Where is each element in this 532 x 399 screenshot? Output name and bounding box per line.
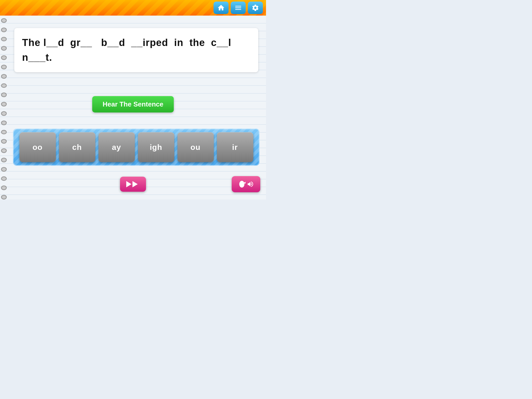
spiral-coil: [1, 139, 7, 144]
audio-button[interactable]: [232, 176, 260, 192]
spiral-coil: [1, 46, 7, 51]
spiral-coil: [1, 158, 7, 162]
spiral-coil: [1, 195, 7, 200]
choice-oo[interactable]: oo: [19, 132, 56, 162]
hear-sentence-button[interactable]: Hear The Sentence: [92, 96, 174, 112]
svg-marker-1: [132, 181, 138, 187]
spiral-coil: [1, 28, 7, 32]
svg-point-2: [239, 181, 244, 188]
list-icon: [234, 4, 242, 12]
toolbar: [0, 0, 266, 16]
spiral-coil: [1, 74, 7, 79]
choices-bar: oo ch ay igh ou ir: [13, 129, 260, 166]
sentence-box: The l__d gr__ b__d __irped in the c__ln_…: [14, 28, 258, 72]
bird-icon: [238, 179, 246, 189]
spiral-coil: [1, 55, 7, 60]
home-button[interactable]: [214, 2, 229, 14]
spiral-coil: [1, 148, 7, 153]
spiral-coil: [1, 185, 7, 190]
svg-marker-0: [126, 181, 131, 187]
choice-igh[interactable]: igh: [138, 132, 174, 162]
choice-ch[interactable]: ch: [59, 132, 95, 162]
list-button[interactable]: [231, 2, 246, 14]
spiral-coil: [1, 167, 7, 172]
settings-button[interactable]: [248, 2, 263, 14]
settings-icon: [251, 4, 259, 12]
spiral-binding: [0, 16, 8, 200]
spiral-coil: [1, 121, 7, 125]
spiral-coil: [1, 65, 7, 69]
spiral-coil: [1, 102, 7, 107]
spiral-coil: [1, 18, 7, 23]
choice-ay[interactable]: ay: [98, 132, 135, 162]
choice-ou[interactable]: ou: [177, 132, 214, 162]
sentence-text: The l__d gr__ b__d __irped in the c__ln_…: [22, 35, 250, 65]
spiral-coil: [1, 92, 7, 97]
next-button[interactable]: [120, 177, 146, 192]
spiral-coil: [1, 111, 7, 116]
notebook-area: The l__d gr__ b__d __irped in the c__ln_…: [0, 16, 266, 200]
spiral-coil: [1, 83, 7, 88]
choice-ir[interactable]: ir: [217, 132, 253, 162]
spiral-coil: [1, 37, 7, 42]
home-icon: [217, 4, 225, 12]
sound-waves-icon: [247, 181, 254, 188]
next-arrow-icon: [126, 180, 140, 188]
spiral-coil: [1, 130, 7, 135]
spiral-coil: [1, 176, 7, 181]
